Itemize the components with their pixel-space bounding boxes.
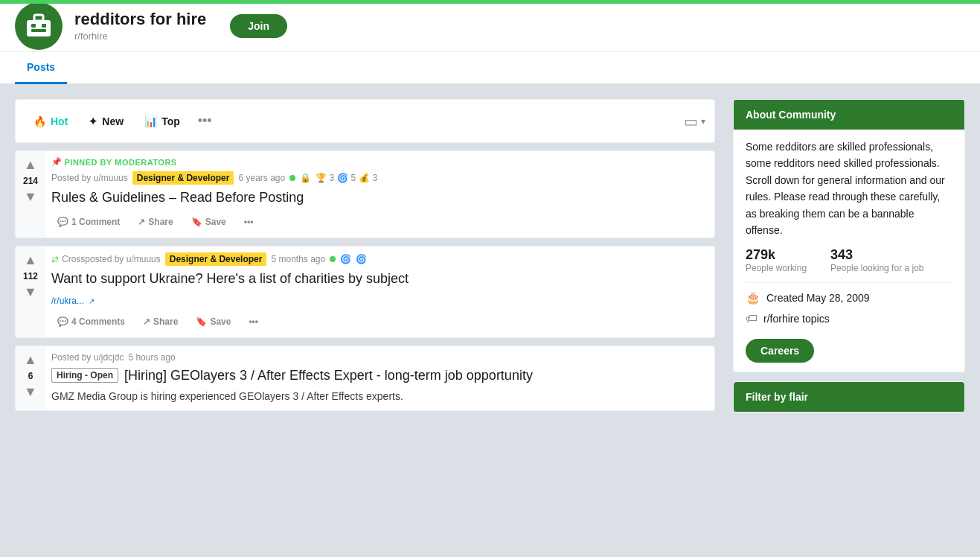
sidebar: About Community Some redditors are skill… (733, 99, 965, 413)
comment-icon: 💬 (57, 217, 68, 227)
post-time: 6 years ago (238, 173, 285, 183)
stat-looking: 343 People looking for a job (830, 247, 923, 273)
stat-working-num: 279k (746, 247, 807, 263)
about-community-card: About Community Some redditors are skill… (733, 99, 965, 372)
sort-bar: 🔥 Hot ✦ New 📊 Top ••• ▭ ▾ (15, 99, 715, 143)
topics-row: 🏷 r/forhire topics (746, 312, 952, 325)
view-chevron-icon: ▾ (701, 116, 705, 127)
save-button[interactable]: 🔖 Save (185, 212, 232, 232)
filter-flair-card: Filter by flair (733, 381, 965, 413)
post-meta-2: Posted by u/muuus Designer & Developer 6… (51, 171, 708, 185)
stat-looking-label: People looking for a job (830, 263, 923, 273)
careers-button[interactable]: Careers (746, 339, 814, 363)
post-card: ▲ 214 ▼ 📌 PINNED BY MODERATORS Posted by… (15, 150, 715, 238)
hiring-flair[interactable]: Hiring - Open (51, 368, 118, 383)
tab-posts[interactable]: Posts (15, 52, 67, 84)
comment-button[interactable]: 💬 1 Comment (51, 212, 126, 232)
save-icon: 🔖 (196, 316, 207, 327)
online-dot (289, 175, 295, 181)
vote-count: 214 (23, 176, 38, 186)
post-source-link[interactable]: /r/ukra... (51, 296, 84, 306)
award-icon-2: 🌀 (356, 254, 367, 264)
pinned-label: 📌 PINNED BY MODERATORS (51, 157, 177, 167)
top-label: Top (161, 115, 180, 127)
post-card: ▲ 112 ▼ ⇄ Crossposted by u/muuus Designe… (15, 246, 715, 337)
post-time: 5 hours ago (128, 352, 175, 363)
top-icon: 📊 (144, 115, 157, 127)
post-title[interactable]: [Hiring] GEOlayers 3 / After Effects Exp… (124, 367, 533, 384)
post-author: Posted by u/jdcjdc (51, 352, 124, 363)
post-meta: 📌 PINNED BY MODERATORS (51, 157, 708, 167)
about-header: About Community (734, 100, 964, 130)
divider (746, 282, 952, 283)
share-button[interactable]: ↗ Share (137, 312, 184, 331)
pin-icon: 📌 (51, 157, 63, 167)
post-card: ▲ 6 ▼ Posted by u/jdcjdc 5 hours ago Hir… (15, 346, 715, 411)
hot-label: Hot (51, 115, 68, 127)
stat-working: 279k People working (746, 247, 807, 273)
save-icon: 🔖 (191, 217, 202, 227)
sort-more-button[interactable]: ••• (192, 107, 218, 135)
topics-text: r/forhire topics (763, 313, 830, 325)
stats-row: 279k People working 343 People looking f… (746, 247, 952, 273)
downvote-button[interactable]: ▼ (24, 384, 37, 400)
comment-button[interactable]: 💬 4 Comments (51, 312, 131, 331)
online-dot (330, 256, 336, 262)
hot-icon: 🔥 (33, 115, 46, 127)
post-preview: GMZ Media Group is hiring experienced GE… (51, 389, 708, 404)
share-icon: ↗ (143, 316, 150, 327)
post-meta: Posted by u/jdcjdc 5 hours ago (51, 352, 708, 363)
share-icon: ↗ (138, 217, 145, 227)
downvote-button[interactable]: ▼ (24, 284, 37, 300)
crosspost-label: ⇄ Crossposted by u/muuus (51, 254, 161, 264)
header: redditors for hire r/forhire Join (0, 0, 980, 52)
post-meta: ⇄ Crossposted by u/muuus Designer & Deve… (51, 252, 708, 266)
cake-icon: 🎂 (746, 290, 760, 305)
post-title[interactable]: Want to support Ukraine? Here's a list o… (51, 270, 708, 287)
downvote-button[interactable]: ▼ (24, 189, 37, 205)
post-flair[interactable]: Designer & Developer (165, 252, 267, 266)
upvote-button[interactable]: ▲ (24, 352, 37, 368)
award-3: 💰 3 (359, 173, 377, 183)
comment-count: 1 Comment (71, 217, 120, 227)
svg-rect-2 (31, 24, 36, 28)
header-text: redditors for hire r/forhire (74, 10, 206, 42)
view-icon: ▭ (684, 112, 698, 130)
vote-count: 6 (28, 371, 33, 381)
tabs-bar: Posts (0, 52, 980, 84)
post-actions: 💬 1 Comment ↗ Share 🔖 Save ••• (51, 212, 708, 232)
sort-hot-button[interactable]: 🔥 Hot (25, 109, 77, 133)
post-title[interactable]: Rules & Guidelines – Read Before Posting (51, 189, 708, 206)
main-layout: 🔥 Hot ✦ New 📊 Top ••• ▭ ▾ ▲ 214 ▼ (0, 84, 980, 427)
stat-working-label: People working (746, 263, 807, 273)
award-1: 🏆 3 (316, 173, 334, 183)
comment-icon: 💬 (57, 316, 68, 327)
new-icon: ✦ (89, 115, 97, 127)
more-button[interactable]: ••• (243, 312, 264, 331)
subreddit-path: r/forhire (74, 31, 206, 42)
more-button[interactable]: ••• (238, 212, 260, 232)
sort-top-button[interactable]: 📊 Top (135, 109, 189, 133)
vote-column: ▲ 112 ▼ (16, 246, 45, 337)
upvote-button[interactable]: ▲ (24, 157, 37, 173)
tag-icon: 🏷 (746, 312, 758, 325)
sort-new-button[interactable]: ✦ New (80, 109, 132, 133)
created-text: Created May 28, 2009 (766, 292, 870, 304)
post-body: Posted by u/jdcjdc 5 hours ago Hiring - … (45, 346, 714, 410)
awards: 🏆 3 🌀 5 💰 3 (316, 173, 377, 183)
share-button[interactable]: ↗ Share (132, 212, 179, 232)
view-toggle[interactable]: ▭ ▾ (684, 112, 705, 130)
upvote-button[interactable]: ▲ (24, 252, 37, 268)
post-flair[interactable]: Designer & Developer (132, 171, 234, 185)
post-body: ⇄ Crossposted by u/muuus Designer & Deve… (45, 246, 714, 337)
feed: 🔥 Hot ✦ New 📊 Top ••• ▭ ▾ ▲ 214 ▼ (15, 99, 715, 413)
new-label: New (102, 115, 124, 127)
save-button[interactable]: 🔖 Save (190, 312, 237, 331)
about-body: Some redditors are skilled professionals… (734, 130, 964, 372)
post-author: Posted by u/muuus (51, 173, 128, 183)
subreddit-logo (15, 2, 63, 50)
award-icon: 🌀 (340, 254, 351, 264)
join-button[interactable]: Join (230, 14, 287, 38)
svg-rect-0 (27, 20, 51, 36)
external-link-icon: ↗ (89, 297, 95, 305)
